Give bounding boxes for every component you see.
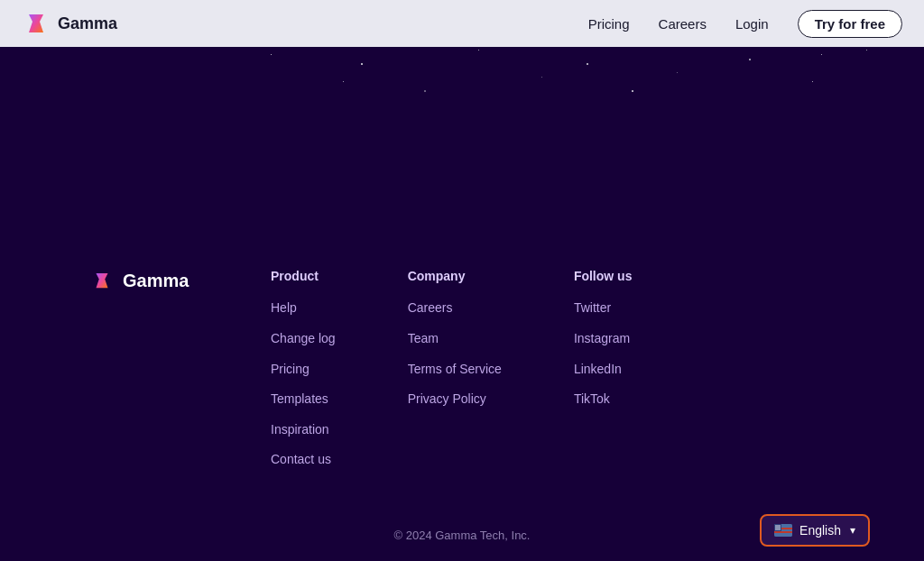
svg-point-5 — [775, 525, 777, 527]
footer-col-company: Company Careers Team Terms of Service Pr… — [408, 269, 502, 482]
svg-point-7 — [779, 525, 781, 527]
pricing-nav-link[interactable]: Pricing — [588, 16, 630, 32]
footer-link-privacy[interactable]: Privacy Policy — [408, 391, 502, 409]
language-label: English — [799, 523, 841, 538]
star — [424, 90, 426, 92]
svg-point-8 — [775, 527, 777, 529]
footer: Gamma Product Help Change log Pricing Te… — [0, 233, 924, 561]
star — [821, 54, 822, 55]
footer-company-heading: Company — [408, 269, 502, 283]
footer-link-twitter[interactable]: Twitter — [574, 299, 633, 317]
footer-link-inspiration[interactable]: Inspiration — [271, 421, 336, 439]
footer-link-terms[interactable]: Terms of Service — [408, 361, 502, 379]
svg-rect-3 — [774, 531, 792, 533]
star — [749, 59, 751, 60]
footer-brand: Gamma — [90, 269, 217, 292]
star — [632, 90, 633, 92]
svg-point-6 — [777, 525, 779, 527]
star — [541, 77, 542, 78]
star — [866, 50, 867, 51]
copyright-text: © 2024 Gamma Tech, Inc. — [394, 529, 531, 542]
svg-point-11 — [775, 529, 777, 530]
footer-link-changelog[interactable]: Change log — [271, 330, 336, 348]
svg-point-12 — [777, 529, 779, 530]
gamma-logo-icon — [22, 9, 51, 38]
chevron-down-icon: ▾ — [850, 524, 855, 537]
star — [361, 63, 363, 65]
star — [587, 63, 588, 65]
footer-columns: Product Help Change log Pricing Template… — [271, 269, 834, 482]
footer-col-social: Follow us Twitter Instagram LinkedIn Tik… — [574, 269, 633, 482]
footer-top: Gamma Product Help Change log Pricing Te… — [90, 269, 834, 482]
star — [478, 50, 479, 51]
careers-nav-link[interactable]: Careers — [659, 16, 707, 32]
footer-link-careers[interactable]: Careers — [408, 299, 502, 317]
star — [677, 72, 678, 73]
footer-link-help[interactable]: Help — [271, 299, 336, 317]
navbar-links: Pricing Careers Login Try for free — [588, 10, 902, 38]
footer-link-tiktok[interactable]: TikTok — [574, 391, 633, 409]
footer-gamma-icon — [90, 269, 114, 292]
footer-link-team[interactable]: Team — [408, 330, 502, 348]
footer-link-instagram[interactable]: Instagram — [574, 330, 633, 348]
footer-brand-text: Gamma — [123, 271, 189, 291]
language-selector[interactable]: English ▾ — [760, 514, 870, 547]
star — [343, 81, 344, 82]
svg-point-13 — [779, 529, 781, 530]
footer-link-contact[interactable]: Contact us — [271, 451, 336, 469]
try-for-free-button[interactable]: Try for free — [798, 10, 902, 38]
footer-link-pricing[interactable]: Pricing — [271, 361, 336, 379]
navbar: Gamma Pricing Careers Login Try for free — [0, 0, 924, 47]
star — [812, 81, 813, 82]
svg-point-10 — [779, 527, 781, 529]
star — [271, 54, 272, 55]
footer-col-product: Product Help Change log Pricing Template… — [271, 269, 336, 482]
login-nav-link[interactable]: Login — [735, 16, 769, 32]
language-flag-icon — [774, 524, 792, 537]
navbar-logo-text: Gamma — [58, 14, 117, 33]
footer-product-heading: Product — [271, 269, 336, 283]
footer-link-templates[interactable]: Templates — [271, 391, 336, 409]
footer-link-linkedin[interactable]: LinkedIn — [574, 361, 633, 379]
footer-bottom: © 2024 Gamma Tech, Inc. — [90, 518, 834, 543]
footer-social-heading: Follow us — [574, 269, 633, 283]
main-content: Gamma Product Help Change log Pricing Te… — [0, 0, 924, 561]
flag-svg — [774, 524, 792, 537]
navbar-logo[interactable]: Gamma — [22, 9, 117, 38]
svg-point-9 — [777, 527, 779, 529]
